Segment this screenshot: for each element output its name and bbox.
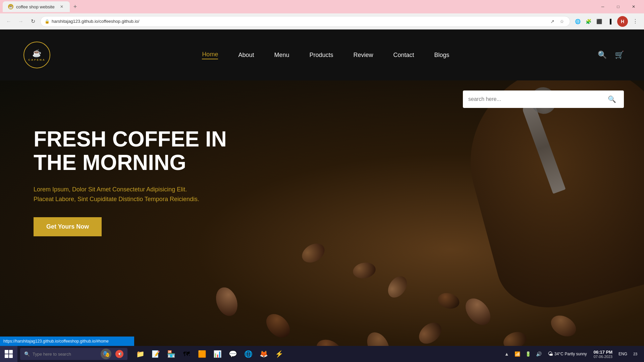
logo-name: CAFENA (28, 58, 45, 61)
close-button[interactable]: ✕ (626, 0, 641, 13)
hero-section: 🔍 FRESH COFFEE IN THE MORNING Lorem Ipsu… (0, 80, 644, 362)
coffee-bag-shape (449, 80, 644, 320)
hero-content: FRESH COFFEE IN THE MORNING Lorem Ipsum,… (34, 127, 227, 236)
nav-link-review[interactable]: Review (354, 52, 373, 59)
tray-clock[interactable]: 06:17 PM 07-06-2023 (591, 350, 615, 359)
address-actions: ↗ ☆ (548, 17, 566, 25)
get-yours-now-button[interactable]: Get Yours Now (34, 217, 102, 236)
taskbar-search-badge: 📢 (115, 350, 123, 358)
taskbar-search-icon: 🔍 (24, 351, 30, 357)
search-submit-button[interactable]: 🔍 (605, 93, 619, 106)
chrome-extension-icon[interactable]: 🌐 (573, 17, 582, 26)
start-button[interactable] (0, 346, 17, 362)
windows-logo-icon (5, 350, 13, 358)
extension-icons: 🌐 🧩 ⬛ ▐ (573, 17, 614, 26)
tab-close-button[interactable]: ✕ (59, 4, 64, 9)
taskbar-search-avatar: 🎭 (101, 349, 111, 359)
clock-date: 07-06-2023 (594, 355, 612, 359)
weather-temp: 34°C (554, 352, 564, 356)
browser-nav-bar: ← → ↻ 🔒 harshitajag123.github.io/coffees… (0, 13, 644, 29)
nav-link-menu[interactable]: Menu (274, 52, 289, 59)
url-text: harshitajag123.github.io/coffeeshop.gith… (52, 19, 546, 24)
nav-link-contact[interactable]: Contact (393, 52, 414, 59)
taskbar-app-firefox[interactable]: 🦊 (256, 347, 271, 361)
browser-menu-button[interactable]: ⋮ (631, 17, 640, 26)
tray-network-icon[interactable]: 📶 (513, 349, 522, 359)
search-overlay: 🔍 (463, 90, 624, 108)
taskbar-app-explorer[interactable]: 📁 (133, 347, 148, 361)
weather-icon: 🌤 (548, 351, 553, 357)
taskbar-app-vscode[interactable]: ⚡ (272, 347, 286, 361)
search-box[interactable]: 🔍 (463, 90, 624, 108)
logo-cup-icon: ☕ (32, 49, 42, 58)
nav-link-home[interactable]: Home (202, 51, 218, 59)
nav-actions: 🔍 🛒 (598, 51, 624, 59)
site-nav-links: Home About Menu Products Review Contact … (54, 51, 598, 59)
taskbar-apps: 📁 📝 🏪 🗺 🟧 📊 💬 🌐 🦊 ⚡ (130, 346, 498, 362)
status-bar: https://harshitajag123.github.io/coffees… (0, 337, 134, 346)
browser-window: ☕ coffee shop website ✕ + ─ □ ✕ ← → ↻ 🔒 … (0, 0, 644, 349)
taskbar: 🔍 Type here to search 🎭 📢 📁 📝 🏪 🗺 🟧 📊 💬 … (0, 346, 644, 362)
maximize-button[interactable]: □ (610, 0, 626, 13)
status-url: https://harshitajag123.github.io/coffees… (3, 339, 109, 344)
back-button[interactable]: ← (4, 17, 13, 26)
taskbar-app-maps[interactable]: 🗺 (179, 347, 194, 361)
taskbar-tray: ▲ 📶 🔋 🔊 🌤 34°C Partly sunny 06:17 PM 07-… (498, 346, 644, 362)
sidebar-extension-icon[interactable]: ▐ (605, 17, 614, 26)
active-tab[interactable]: ☕ coffee shop website ✕ (3, 1, 70, 12)
browser-title-bar: ☕ coffee shop website ✕ + ─ □ ✕ (0, 0, 644, 13)
website-content: ☕ CAFENA Home About Menu Products Review… (0, 29, 644, 349)
hero-title: FRESH COFFEE IN THE MORNING (34, 127, 227, 175)
taskbar-app-chrome[interactable]: 🌐 (241, 347, 256, 361)
taskbar-app-store[interactable]: 🏪 (164, 347, 178, 361)
nav-link-products[interactable]: Products (309, 52, 333, 59)
bookmark-icon[interactable]: ↗ (548, 17, 556, 25)
taskbar-search-area[interactable]: 🔍 Type here to search 🎭 📢 (20, 348, 127, 360)
tab-strip: ☕ coffee shop website ✕ + (3, 0, 80, 13)
reload-button[interactable]: ↻ (28, 17, 38, 26)
taskbar-app-sublime[interactable]: 🟧 (195, 347, 209, 361)
window-controls: ─ □ ✕ (595, 0, 641, 13)
weather-widget[interactable]: 🌤 34°C Partly sunny (545, 351, 590, 357)
language-indicator: ENG (616, 352, 629, 356)
tab-favicon: ☕ (8, 4, 13, 9)
taskbar-app-excel[interactable]: 📊 (210, 347, 225, 361)
taskbar-search-text: Type here to search (33, 352, 71, 357)
logo-circle: ☕ CAFENA (23, 42, 50, 68)
tray-up-arrow-icon[interactable]: ▲ (502, 349, 512, 359)
notification-count: 23 (633, 352, 637, 356)
site-logo: ☕ CAFENA (20, 38, 54, 72)
site-search-input[interactable] (468, 96, 602, 102)
tab-title: coffee shop website (16, 4, 55, 9)
cart-icon[interactable]: 🛒 (615, 51, 624, 59)
notification-button[interactable]: 23 (631, 346, 640, 362)
taskbar-app-notepad[interactable]: 📝 (148, 347, 163, 361)
site-navbar: ☕ CAFENA Home About Menu Products Review… (0, 29, 644, 80)
puzzle-extension-icon[interactable]: 🧩 (584, 17, 593, 26)
minimize-button[interactable]: ─ (595, 0, 610, 13)
star-icon[interactable]: ☆ (558, 17, 566, 25)
tray-volume-icon[interactable]: 🔊 (534, 349, 544, 359)
clock-time: 06:17 PM (594, 350, 612, 355)
nav-link-about[interactable]: About (238, 52, 254, 59)
security-icon: 🔒 (45, 19, 50, 24)
nav-link-blogs[interactable]: Blogs (434, 52, 449, 59)
forward-button[interactable]: → (16, 17, 25, 26)
search-icon[interactable]: 🔍 (598, 51, 607, 59)
menu-extension-icon[interactable]: ⬛ (594, 17, 604, 26)
new-tab-button[interactable]: + (70, 1, 80, 12)
hero-subtitle: Lorem Ipsum, Dolor Sit Amet Consectetur … (34, 185, 208, 204)
profile-button[interactable]: H (617, 16, 628, 27)
taskbar-app-whatsapp[interactable]: 💬 (225, 347, 240, 361)
address-bar[interactable]: 🔒 harshitajag123.github.io/coffeeshop.gi… (40, 16, 570, 27)
weather-condition: Partly sunny (565, 352, 587, 356)
tray-battery-icon[interactable]: 🔋 (524, 349, 533, 359)
